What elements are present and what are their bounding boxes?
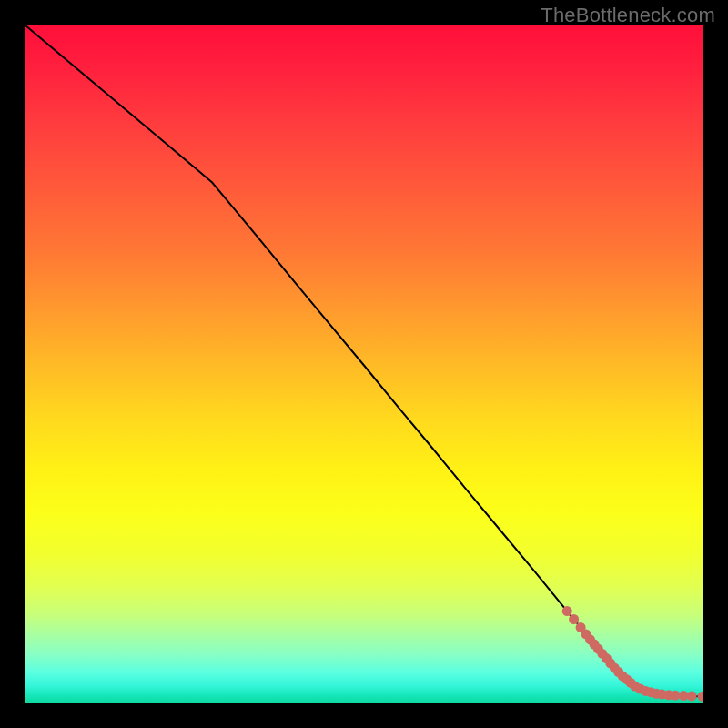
curve-line [25,25,703,696]
marker-group [562,606,703,702]
marker-dot [687,691,697,701]
chart-stage: TheBottleneck.com [0,0,728,728]
plot-area [25,25,703,703]
marker-dot [698,692,703,702]
watermark-text: TheBottleneck.com [541,4,715,27]
marker-dot [569,614,579,624]
chart-overlay [25,25,703,703]
marker-dot [562,606,572,616]
